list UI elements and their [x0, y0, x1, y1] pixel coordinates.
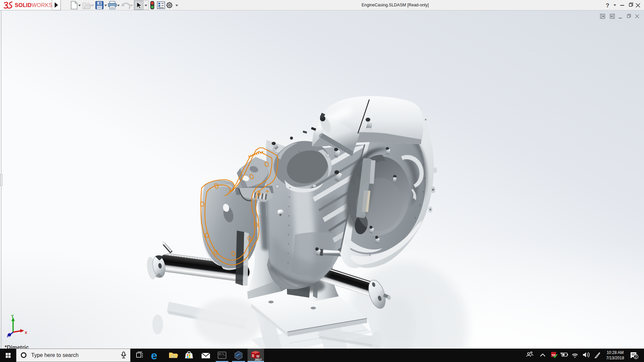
svg-text:x: x — [25, 330, 27, 335]
svg-text:e: e — [151, 349, 157, 362]
svg-text:2: 2 — [635, 355, 637, 359]
svg-text:SOLIDWORKS: SOLIDWORKS — [15, 2, 52, 8]
svg-text:?: ? — [606, 2, 609, 9]
svg-text:S: S — [252, 354, 254, 358]
svg-text:Y: Y — [11, 314, 14, 319]
svg-text:z: z — [7, 334, 9, 338]
svg-text:C:\_: C:\_ — [219, 353, 225, 356]
